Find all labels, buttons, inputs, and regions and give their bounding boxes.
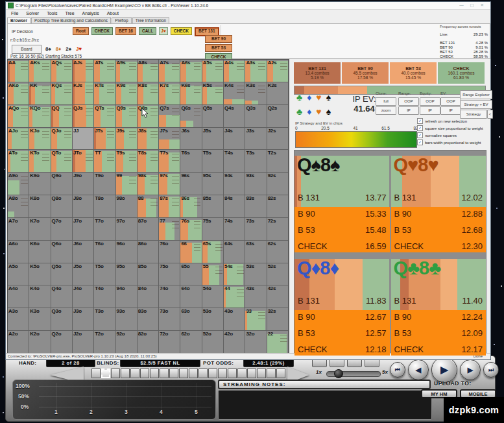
combo-panel-Q♦8♦[interactable]: Q♦8♦B 13111.83B 9012.67B 5312.57CHECK12.… (294, 254, 390, 356)
matrix-cell-93s[interactable]: 93s (245, 173, 267, 195)
matrix-cell-T6s[interactable]: T6s (180, 150, 202, 173)
timeline-cell[interactable] (101, 369, 110, 378)
matrix-cell-Q7s[interactable]: Q7s (159, 105, 180, 128)
tab-postflop-tree-building-and-calculations[interactable]: Postflop Tree Building and Calculations (31, 17, 111, 23)
matrix-cell-33[interactable]: 33 (245, 308, 267, 331)
matrix-cell-42o[interactable]: 42o (224, 331, 245, 354)
matrix-cell-J5o[interactable]: J5o (73, 263, 94, 286)
matrix-cell-85o[interactable]: 85o (138, 263, 159, 286)
timeline-cell[interactable] (198, 369, 208, 378)
timeline-cell[interactable] (276, 369, 285, 378)
matrix-cell-44[interactable]: 44 (224, 285, 245, 308)
matrix-cell-95s[interactable]: 95s (202, 173, 224, 195)
side-button-collapse[interactable]: < (487, 110, 493, 119)
matrix-cell-22[interactable]: 22 (267, 331, 289, 354)
matrix-cell-Q3s[interactable]: Q3s (245, 105, 267, 128)
side-button-strategy-ev[interactable]: Strategy + EV (460, 100, 492, 109)
menu-item-tools[interactable]: Tools (47, 11, 57, 16)
matrix-cell-53o[interactable]: 53o (202, 308, 224, 331)
checkbox-refresh[interactable]: ✓refresh on new selection (417, 118, 467, 124)
combo-panel-Q♣8♣[interactable]: Q♣8♣B 13111.40B 9012.24B 5312.09CHECK12.… (391, 254, 486, 356)
matrix-cell-TT[interactable]: TT (94, 150, 115, 173)
matrix-cell-55[interactable]: 55 (202, 263, 224, 286)
matrix-cell-76s[interactable]: 76s (180, 218, 202, 241)
matrix-cell-82o[interactable]: 82o (138, 331, 159, 354)
matrix-cell-ATs[interactable]: ATs (94, 60, 115, 82)
matrix-cell-K5s[interactable]: K5s (202, 82, 224, 105)
matrix-cell-K4s[interactable]: K4s (224, 82, 245, 105)
matrix-cell-QTo[interactable]: QTo (51, 150, 73, 173)
matrix-cell-KJo[interactable]: KJo (29, 128, 51, 151)
matrix-cell-99[interactable]: 99 (116, 173, 138, 195)
side-button-range-explorer[interactable]: Range Explorer (460, 90, 492, 99)
matrix-cell-Q3o[interactable]: Q3o (51, 308, 73, 331)
matrix-cell-Q4s[interactable]: Q4s (224, 105, 245, 128)
matrix-cell-K3o[interactable]: K3o (29, 308, 51, 331)
action-button-bet-16[interactable]: BET 16 (115, 27, 136, 35)
matrix-cell-K9s[interactable]: K9s (116, 82, 138, 105)
matrix-cell-84s[interactable]: 84s (224, 195, 245, 218)
matrix-cell-J5s[interactable]: J5s (202, 128, 224, 151)
view-button-oop[interactable]: OOP (440, 97, 461, 106)
timeline-cell[interactable] (179, 369, 188, 378)
suit-filter-icon[interactable]: ♦ (307, 107, 311, 116)
matrix-cell-73s[interactable]: 73s (245, 218, 267, 241)
matrix-cell-A3s[interactable]: A3s (245, 60, 267, 82)
matrix-cell-J3s[interactable]: J3s (245, 128, 267, 151)
matrix-cell-K3s[interactable]: K3s (245, 82, 267, 105)
matrix-cell-K8s[interactable]: K8s (138, 82, 159, 105)
view-button-ip[interactable]: IP (420, 106, 440, 115)
timeline-cell[interactable] (150, 369, 159, 378)
checkbox-square[interactable]: ✓square size proportional to weight (417, 125, 483, 131)
matrix-cell-AKs[interactable]: AKs (29, 60, 51, 82)
side-button-strategy[interactable]: Strategy (460, 110, 487, 119)
matrix-cell-A8o[interactable]: A8o (8, 195, 29, 218)
matrix-cell-86s[interactable]: 86s (180, 195, 202, 218)
matrix-cell-A6s[interactable]: A6s (180, 60, 202, 82)
summary-box-bet-53[interactable]: BET 5340.0 combos15.45 % (390, 62, 437, 84)
matrix-cell-A9o[interactable]: A9o (8, 173, 29, 195)
matrix-cell-98o[interactable]: 98o (116, 195, 138, 218)
combo-panel-Q♠8♠[interactable]: Q♠8♠B 13113.77B 9015.33B 5315.48CHECK16.… (294, 151, 390, 252)
matrix-cell-T8o[interactable]: T8o (94, 195, 115, 218)
transport-play-icon[interactable]: ▶ (431, 357, 457, 383)
matrix-cell-74s[interactable]: 74s (224, 218, 245, 241)
matrix-cell-T6o[interactable]: T6o (94, 241, 115, 263)
matrix-cell-Q2o[interactable]: Q2o (51, 331, 73, 354)
timeline-cell[interactable] (247, 369, 256, 378)
matrix-cell-32s[interactable]: 32s (267, 308, 289, 331)
matrix-cell-JTs[interactable]: JTs (94, 128, 115, 151)
matrix-cell-93o[interactable]: 93o (116, 308, 138, 331)
matrix-cell-T5o[interactable]: T5o (94, 263, 115, 286)
matrix-cell-J6o[interactable]: J6o (73, 241, 94, 263)
matrix-cell-97s[interactable]: 97s (159, 173, 180, 195)
matrix-cell-T3o[interactable]: T3o (94, 308, 115, 331)
checkbox-normalize[interactable]: ✓normalize squares (417, 132, 457, 138)
view-button-ip[interactable]: IP (398, 106, 419, 115)
matrix-cell-QJs[interactable]: QJs (73, 105, 94, 128)
matrix-cell-84o[interactable]: 84o (138, 285, 159, 308)
matrix-cell-64o[interactable]: 64o (180, 285, 202, 308)
streaming-notes-input[interactable] (218, 390, 432, 420)
view-button-ip[interactable]: IP (440, 106, 461, 115)
menu-item-file[interactable]: File (11, 11, 18, 16)
matrix-cell-A7o[interactable]: A7o (8, 218, 29, 241)
matrix-cell-52o[interactable]: 52o (202, 331, 224, 354)
matrix-cell-A4o[interactable]: A4o (8, 285, 29, 308)
matrix-cell-A7s[interactable]: A7s (159, 60, 180, 82)
matrix-cell-63o[interactable]: 63o (180, 308, 202, 331)
suit-filter-icon[interactable]: ♥ (316, 93, 321, 102)
combo-panel-Q♥8♥[interactable]: Q♥8♥B 13112.02B 9012.88B 5312.68CHECK12.… (391, 151, 486, 252)
speed-slider-thumb[interactable] (334, 369, 343, 378)
action-button-bet-53[interactable]: BET 53 (205, 44, 232, 52)
matrix-cell-KTo[interactable]: KTo (29, 150, 51, 173)
matrix-cell-AJs[interactable]: AJs (73, 60, 94, 82)
matrix-cell-83o[interactable]: 83o (138, 308, 159, 331)
timeline-cell[interactable] (121, 369, 130, 378)
matrix-cell-K9o[interactable]: K9o (29, 173, 51, 195)
matrix-cell-AKo[interactable]: AKo (8, 82, 29, 105)
matrix-cell-75s[interactable]: 75s (202, 218, 224, 241)
matrix-cell-T3s[interactable]: T3s (245, 150, 267, 173)
matrix-cell-J8s[interactable]: J8s (138, 128, 159, 151)
matrix-cell-J2s[interactable]: J2s (267, 128, 289, 151)
